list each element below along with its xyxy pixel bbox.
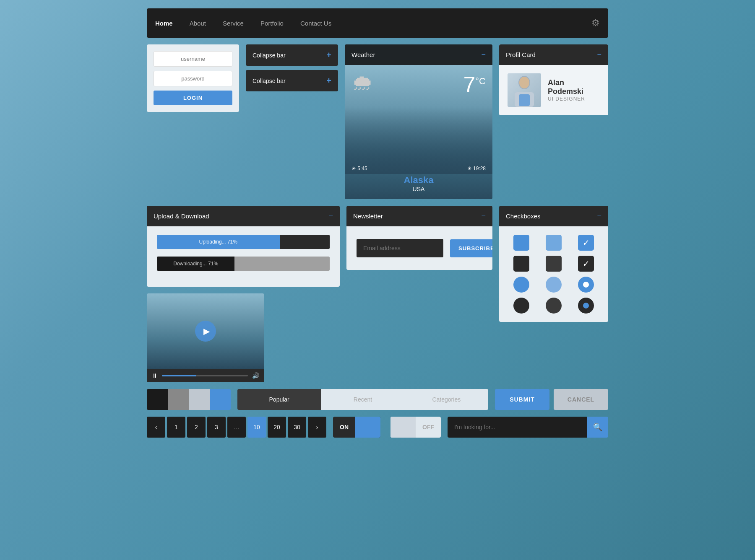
weather-top: 🌧 7°C	[351, 72, 486, 97]
nav-item-about[interactable]: About	[190, 16, 206, 30]
video-progress-bar[interactable]	[162, 375, 248, 376]
navbar: Home About Service Portfolio Contact Us …	[147, 8, 608, 38]
weather-country: USA	[351, 186, 486, 192]
search-input[interactable]	[448, 417, 587, 438]
newsletter-body: SUBSCRIBE	[346, 226, 492, 270]
weather-title: Weather	[351, 51, 375, 58]
play-button[interactable]: ▶	[195, 321, 216, 342]
weather-sunset: ☀ 19:28	[467, 166, 486, 171]
checkboxes-title: Checkboxes	[506, 213, 541, 220]
page-2-button[interactable]: 2	[187, 417, 206, 438]
collapse-bar-1-label: Collapse bar	[253, 52, 286, 59]
upload-progress-fill: Uploading... 71%	[157, 235, 280, 249]
toggle-on-switch[interactable]	[355, 417, 380, 438]
swatch-gray	[168, 389, 189, 410]
swatch-blue	[210, 389, 231, 410]
weather-body: 🌧 7°C ☀ 5:45 ☀ 19:28	[345, 65, 492, 199]
weather-header: Weather −	[345, 44, 492, 65]
checkbox-blue-empty[interactable]	[513, 235, 529, 251]
nav-item-portfolio[interactable]: Portfolio	[260, 16, 284, 30]
page-dots[interactable]: ...	[227, 417, 246, 438]
weather-times: ☀ 5:45 ☀ 19:28	[351, 166, 486, 171]
row-1: LOGIN Collapse bar + Collapse bar + Weat…	[147, 44, 608, 199]
avatar	[508, 73, 541, 107]
tab-recent[interactable]: Recent	[321, 389, 404, 410]
swatch-lightgray	[189, 389, 210, 410]
left-col: Upload & Download − Uploading... 71% Dow…	[147, 206, 340, 382]
profil-card: Profil Card − Alan Podemski UI DESIGNER	[499, 44, 608, 115]
newsletter-minimize-icon[interactable]: −	[481, 212, 486, 220]
toggle-off-switch[interactable]	[391, 417, 416, 438]
swatch-black	[147, 389, 168, 410]
submit-button[interactable]: SUBMIT	[495, 389, 549, 410]
volume-icon[interactable]: 🔊	[252, 372, 259, 379]
checkbox-dark-empty[interactable]	[513, 256, 529, 272]
newsletter-title: Newsletter	[353, 213, 383, 220]
play-icon: ▶	[203, 326, 210, 336]
tabs-bar: Popular Recent Categories	[237, 389, 488, 410]
upload-progress-remainder	[280, 235, 330, 249]
weather-minimize-icon[interactable]: −	[481, 50, 486, 59]
avatar-svg	[510, 73, 539, 107]
page-30-button[interactable]: 30	[288, 417, 306, 438]
checkbox-dark-semi[interactable]	[546, 256, 562, 272]
tab-popular[interactable]: Popular	[237, 389, 321, 410]
cancel-button[interactable]: CANCEL	[554, 389, 608, 410]
weather-location: Alaska	[351, 175, 486, 186]
collapse-bars: Collapse bar + Collapse bar +	[246, 44, 338, 91]
radio-dark-selected[interactable]	[578, 298, 594, 314]
page-1-button[interactable]: 1	[167, 417, 185, 438]
subscribe-button[interactable]: SUBSCRIBE	[450, 239, 492, 257]
nav-item-home[interactable]: Home	[155, 16, 173, 30]
collapse-bar-2-label: Collapse bar	[253, 78, 286, 84]
weather-mountains-bg	[345, 107, 492, 174]
profil-card-minimize-icon[interactable]: −	[597, 50, 601, 59]
checkbox-blue-checked[interactable]: ✓	[578, 235, 594, 251]
password-input[interactable]	[154, 71, 232, 86]
checkbox-blue-semi[interactable]	[546, 235, 562, 251]
collapse-bar-1-plus: +	[326, 50, 331, 60]
page-next-button[interactable]: ›	[308, 417, 326, 438]
nav-item-contact[interactable]: Contact Us	[300, 16, 331, 30]
radio-blue-selected[interactable]	[578, 277, 594, 293]
weather-sunrise: ☀ 5:45	[351, 166, 367, 171]
checkbox-dark-checked[interactable]: ✓	[578, 256, 594, 272]
checkboxes-card: Checkboxes − ✓ ✓	[499, 206, 608, 322]
upload-progress-track: Uploading... 71%	[157, 235, 330, 249]
tab-categories[interactable]: Categories	[405, 389, 488, 410]
radio-dark-semi[interactable]	[546, 298, 562, 314]
upload-progress-wrapper: Uploading... 71%	[157, 235, 330, 249]
page-3-button[interactable]: 3	[207, 417, 226, 438]
svg-rect-3	[519, 94, 530, 106]
collapse-bar-1[interactable]: Collapse bar +	[246, 44, 338, 66]
profil-name: Alan Podemski	[548, 78, 600, 96]
profil-role: UI DESIGNER	[548, 96, 600, 102]
radio-blue-semi[interactable]	[546, 277, 562, 293]
profil-body: Alan Podemski UI DESIGNER	[499, 65, 608, 115]
collapse-bar-2[interactable]: Collapse bar +	[246, 70, 338, 91]
weather-temperature: 7°C	[463, 72, 486, 97]
collapse-bar-2-plus: +	[326, 76, 331, 86]
checkboxes-header: Checkboxes −	[499, 206, 608, 226]
email-input[interactable]	[357, 239, 443, 257]
page-prev-button[interactable]: ‹	[147, 417, 165, 438]
search-icon: 🔍	[593, 423, 602, 432]
radio-blue-empty[interactable]	[513, 277, 529, 293]
checkboxes-minimize-icon[interactable]: −	[597, 212, 601, 220]
video-controls: ⏸ 🔊	[147, 369, 264, 382]
toggle-off-group: OFF	[391, 417, 441, 438]
color-swatches	[147, 389, 231, 410]
radio-dark-empty[interactable]	[513, 298, 529, 314]
gear-icon[interactable]: ⚙	[591, 18, 600, 29]
page-20-button[interactable]: 20	[268, 417, 286, 438]
video-body: ▶	[147, 293, 264, 369]
pause-icon[interactable]: ⏸	[152, 372, 158, 379]
upload-minimize-icon[interactable]: −	[328, 212, 333, 220]
profil-info: Alan Podemski UI DESIGNER	[548, 78, 600, 102]
search-button[interactable]: 🔍	[587, 417, 608, 438]
nav-item-service[interactable]: Service	[223, 16, 244, 30]
username-input[interactable]	[154, 51, 232, 67]
download-progress-remainder	[234, 257, 330, 271]
page-10-button[interactable]: 10	[247, 417, 266, 438]
login-button[interactable]: LOGIN	[154, 91, 232, 105]
